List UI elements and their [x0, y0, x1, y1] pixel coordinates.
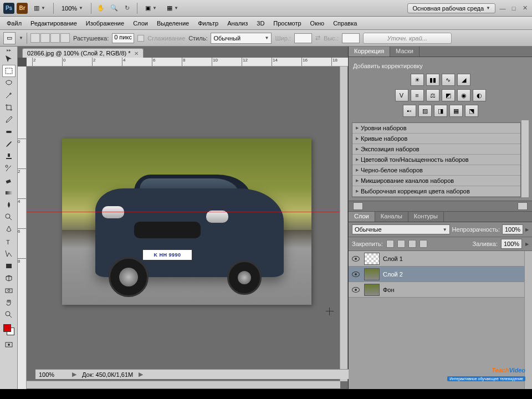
shape-tool-icon[interactable] — [2, 260, 16, 272]
menu-image[interactable]: Изображение — [81, 18, 129, 28]
layer-row[interactable]: Слой 2 — [349, 267, 532, 282]
chevron-right-icon[interactable]: ▶ — [525, 227, 529, 232]
guide-line[interactable] — [27, 212, 348, 212]
camera-tool-icon[interactable] — [2, 284, 16, 296]
eraser-tool-icon[interactable] — [2, 175, 16, 187]
3d-tool-icon[interactable] — [2, 272, 16, 284]
selective-color-icon[interactable]: ⬔ — [465, 105, 478, 117]
posterize-icon[interactable]: ▨ — [418, 105, 432, 117]
crop-tool-icon[interactable] — [2, 101, 16, 114]
chevron-right-icon[interactable]: ▶ — [72, 371, 76, 378]
tab-masks[interactable]: Маски — [390, 47, 420, 57]
layer-name[interactable]: Слой 1 — [383, 255, 530, 262]
levels-icon[interactable]: ▮▮ — [426, 74, 439, 86]
layer-row[interactable]: Фон 🔒 — [349, 282, 532, 298]
menu-view[interactable]: Просмотр — [269, 18, 305, 28]
layers-scrollbar[interactable] — [524, 251, 532, 389]
healing-tool-icon[interactable] — [2, 126, 16, 138]
blur-tool-icon[interactable] — [2, 199, 16, 211]
menu-layer[interactable]: Слои — [129, 18, 152, 28]
lock-position-icon[interactable] — [408, 240, 416, 248]
foreground-color-swatch[interactable] — [3, 324, 11, 332]
curves-icon[interactable]: ∿ — [442, 74, 455, 86]
preset-item[interactable]: Черно-белое наборов — [352, 165, 520, 176]
opacity-input[interactable]: 100% — [502, 224, 523, 234]
color-balance-icon[interactable]: ⚖ — [426, 89, 439, 101]
add-selection-icon[interactable] — [40, 33, 50, 43]
move-tool-icon[interactable] — [2, 53, 16, 65]
style-select[interactable]: Обычный▼ — [211, 33, 272, 44]
lock-pixels-icon[interactable] — [397, 240, 405, 248]
blend-mode-select[interactable]: Обычные▼ — [352, 224, 450, 234]
lock-all-icon[interactable] — [420, 240, 427, 248]
rotate-view-icon[interactable]: ↻ — [122, 3, 133, 14]
exposure-icon[interactable]: ◢ — [457, 74, 470, 86]
feather-input[interactable]: 0 пикс — [112, 33, 134, 43]
workspace-selector[interactable]: Основная рабочая среда▼ — [407, 3, 495, 13]
menu-edit[interactable]: Редактирование — [26, 18, 81, 28]
visibility-icon[interactable] — [352, 256, 360, 262]
layer-thumbnail[interactable] — [364, 253, 380, 265]
bw-icon[interactable]: ◩ — [442, 89, 455, 101]
quick-mask-icon[interactable] — [2, 339, 16, 351]
subtract-selection-icon[interactable] — [50, 33, 60, 43]
preset-item[interactable]: Микширование каналов наборов — [352, 176, 520, 186]
zoom-tool-icon[interactable] — [2, 309, 16, 321]
refine-edge-button[interactable]: Уточн. край... — [363, 33, 452, 44]
visibility-icon[interactable] — [352, 287, 360, 293]
close-tab-icon[interactable]: ✕ — [134, 50, 139, 57]
visibility-icon[interactable] — [352, 272, 360, 277]
gradient-tool-icon[interactable] — [2, 187, 16, 199]
fill-input[interactable]: 100% — [501, 239, 522, 249]
eyedropper-tool-icon[interactable] — [2, 114, 16, 126]
menu-analysis[interactable]: Анализ — [223, 18, 252, 28]
tab-channels[interactable]: Каналы — [375, 212, 408, 222]
canvas[interactable]: K HH 9990 — [62, 139, 311, 305]
tab-paths[interactable]: Контуры — [408, 212, 444, 222]
preset-item[interactable]: Выборочная коррекция цвета наборов — [352, 186, 520, 197]
vibrance-icon[interactable]: V — [395, 89, 408, 101]
menu-file[interactable]: Файл — [2, 18, 26, 28]
adj-footer-icon[interactable] — [518, 202, 528, 210]
zoom-icon[interactable]: 🔍 — [109, 3, 120, 14]
menu-3d[interactable]: 3D — [252, 18, 269, 28]
bridge-logo-icon[interactable]: Br — [17, 3, 28, 14]
new-selection-icon[interactable] — [30, 33, 40, 43]
hand-icon[interactable]: ✋ — [95, 3, 106, 14]
stamp-tool-icon[interactable] — [2, 150, 16, 162]
layer-thumbnail[interactable] — [364, 268, 380, 280]
preset-item[interactable]: Экспозиция наборов — [352, 144, 520, 155]
preset-item[interactable]: Уровни наборов — [352, 123, 520, 134]
layer-name[interactable]: Слой 2 — [383, 271, 530, 278]
close-button[interactable]: ✕ — [521, 4, 529, 12]
minimize-button[interactable]: — — [499, 4, 507, 12]
menu-filter[interactable]: Фильтр — [193, 18, 223, 28]
chevron-right-icon[interactable]: ▶ — [139, 371, 143, 378]
menu-help[interactable]: Справка — [329, 18, 361, 28]
hand-tool-icon[interactable] — [2, 296, 16, 309]
channel-mixer-icon[interactable]: ◐ — [473, 89, 486, 101]
history-brush-tool-icon[interactable] — [2, 162, 16, 175]
menu-window[interactable]: Окно — [306, 18, 329, 28]
tab-layers[interactable]: Слои — [349, 212, 375, 222]
canvas-viewport[interactable]: K HH 9990 — [27, 66, 348, 389]
document-tab[interactable]: 02866.jpg @ 100% (Слой 2, RGB/8) * ✕ — [22, 48, 144, 58]
tab-correction[interactable]: Коррекция — [349, 47, 390, 57]
arrange-button[interactable]: ▦▼ — [163, 3, 182, 13]
path-tool-icon[interactable] — [2, 248, 16, 260]
zoom-value[interactable]: 100% — [39, 371, 66, 378]
invert-icon[interactable]: ▪▫ — [403, 105, 416, 117]
type-tool-icon[interactable]: T — [2, 236, 16, 248]
adj-footer-icon[interactable] — [353, 202, 363, 210]
scrollbar-vertical[interactable] — [340, 66, 347, 381]
intersect-selection-icon[interactable] — [60, 33, 70, 43]
threshold-icon[interactable]: ◨ — [434, 105, 447, 117]
layer-row[interactable]: Слой 1 — [349, 251, 532, 267]
pen-tool-icon[interactable] — [2, 223, 16, 236]
ruler-horizontal[interactable]: 2 0 2 4 6 8 10 12 14 16 18 — [27, 58, 348, 66]
lock-transparency-icon[interactable] — [386, 240, 394, 248]
lasso-tool-icon[interactable] — [2, 77, 16, 89]
ruler-vertical[interactable]: 0 2 4 6 8 — [18, 66, 27, 389]
color-swatches[interactable] — [2, 323, 16, 336]
zoom-dropdown[interactable]: 100%▼ — [58, 3, 87, 13]
